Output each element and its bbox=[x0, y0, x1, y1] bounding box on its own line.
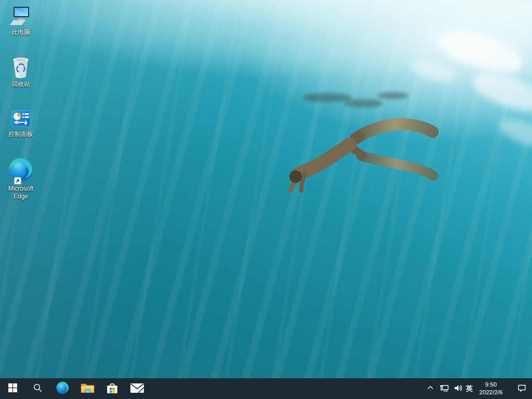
sunlight-sparkle bbox=[497, 114, 532, 151]
shortcut-arrow-badge bbox=[14, 177, 21, 184]
system-tray: 英 9:50 2022/2/6 bbox=[424, 378, 532, 399]
desktop: 此电脑 回收站 bbox=[0, 0, 532, 399]
taskbar: 英 9:50 2022/2/6 bbox=[0, 378, 532, 399]
freediver-figure bbox=[278, 86, 445, 207]
chevron-up-icon bbox=[427, 384, 434, 393]
desktop-icon-microsoft-edge[interactable]: Microsoft Edge bbox=[1, 156, 41, 201]
volume-button[interactable] bbox=[451, 378, 465, 399]
clock-time: 9:50 bbox=[485, 381, 497, 389]
desktop-icon-label: 控制面板 bbox=[8, 130, 33, 138]
clock-date: 2022/2/6 bbox=[480, 389, 503, 396]
ethernet-network-icon bbox=[440, 384, 449, 394]
edge-logo-icon bbox=[56, 381, 70, 396]
desktop-icon-label: 此电脑 bbox=[11, 29, 30, 36]
wallpaper-underwater bbox=[0, 0, 532, 399]
microsoft-store-icon bbox=[105, 381, 119, 396]
input-language-indicator[interactable]: 英 bbox=[465, 378, 474, 399]
desktop-icon-label: 回收站 bbox=[11, 81, 30, 88]
action-center-button[interactable] bbox=[511, 378, 532, 399]
network-status-button[interactable] bbox=[437, 378, 451, 399]
speaker-icon bbox=[454, 384, 463, 394]
taskbar-mail-button[interactable] bbox=[125, 378, 150, 399]
desktop-icon-label: Microsoft Edge bbox=[1, 185, 41, 201]
mail-envelope-icon bbox=[130, 383, 144, 395]
desktop-icon-control-panel[interactable]: 控制面板 bbox=[1, 108, 41, 138]
edge-logo-icon bbox=[7, 156, 34, 183]
desktop-icon-this-pc[interactable]: 此电脑 bbox=[1, 6, 41, 36]
windows-logo-icon bbox=[8, 383, 17, 394]
start-button[interactable] bbox=[0, 378, 25, 399]
search-icon bbox=[33, 383, 42, 394]
this-pc-icon bbox=[9, 6, 32, 27]
taskbar-store-button[interactable] bbox=[100, 378, 125, 399]
taskbar-edge-button[interactable] bbox=[50, 378, 75, 399]
search-button[interactable] bbox=[25, 378, 50, 399]
recycle-bin-icon bbox=[10, 55, 31, 79]
control-panel-icon bbox=[10, 108, 31, 129]
show-hidden-icons-button[interactable] bbox=[424, 378, 437, 399]
clock[interactable]: 9:50 2022/2/6 bbox=[474, 378, 508, 399]
file-explorer-folder-icon bbox=[81, 382, 95, 395]
taskbar-file-explorer-button[interactable] bbox=[75, 378, 100, 399]
notification-bubble-icon bbox=[517, 384, 526, 394]
desktop-icon-recycle-bin[interactable]: 回收站 bbox=[1, 55, 41, 88]
